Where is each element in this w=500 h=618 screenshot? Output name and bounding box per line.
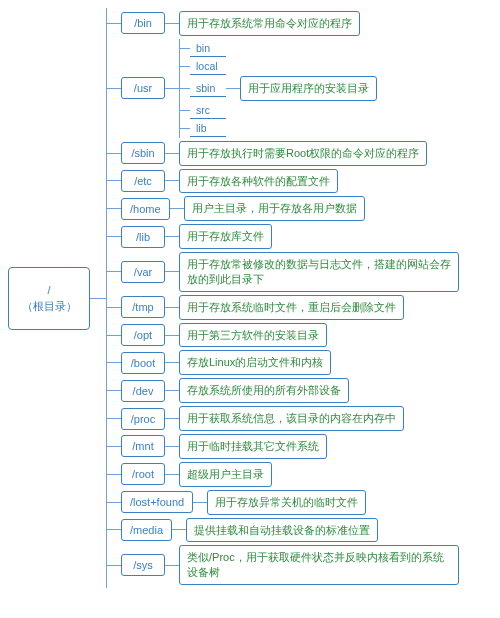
dir-row: /dev 存放系统所使用的所有外部设备 (107, 378, 459, 403)
dir-node-sbin: /sbin (121, 142, 165, 164)
dir-desc: 用于存放异常关机的临时文件 (207, 490, 366, 515)
dir-row: /etc 用于存放各种软件的配置文件 (107, 169, 459, 194)
dir-node-opt: /opt (121, 324, 165, 346)
dir-row: /bin 用于存放系统常用命令对应的程序 (107, 11, 459, 36)
hconn (170, 208, 184, 209)
dir-row: /boot 存放Linux的启动文件和内核 (107, 350, 459, 375)
dir-row: /lost+found 用于存放异常关机的临时文件 (107, 490, 459, 515)
root-label: （根目录） (19, 298, 79, 315)
hconn (165, 335, 179, 336)
dir-node-proc: /proc (121, 408, 165, 430)
dir-node-lib: /lib (121, 226, 165, 248)
dir-node-lostfound: /lost+found (121, 491, 193, 513)
dir-node-tmp: /tmp (121, 296, 165, 318)
hconn (165, 180, 179, 181)
dir-node-media: /media (121, 519, 172, 541)
usr-leaf-lib: lib (190, 120, 226, 137)
children-column: /bin 用于存放系统常用命令对应的程序 /usr bin local sbin… (106, 8, 459, 588)
usr-sub-item: src (180, 102, 377, 119)
dir-desc: 用于存放系统临时文件，重启后会删除文件 (179, 295, 404, 320)
dir-node-bin: /bin (121, 12, 165, 34)
dir-desc: 存放Linux的启动文件和内核 (179, 350, 331, 375)
hconn (165, 390, 179, 391)
hconn (193, 502, 207, 503)
dir-row: /tmp 用于存放系统临时文件，重启后会删除文件 (107, 295, 459, 320)
hconn (165, 88, 179, 89)
usr-subtree: bin local sbin 用于应用程序的安装目录 src lib (179, 39, 377, 138)
root-node: / （根目录） (8, 267, 90, 330)
dir-desc: 用于获取系统信息，该目录的内容在内存中 (179, 406, 404, 431)
usr-desc: 用于应用程序的安装目录 (240, 76, 377, 101)
hconn (165, 565, 179, 566)
dir-desc: 存放系统所使用的所有外部设备 (179, 378, 349, 403)
hconn (165, 153, 179, 154)
dir-node-var: /var (121, 261, 165, 283)
dir-desc: 用户主目录，用于存放各用户数据 (184, 196, 365, 221)
hconn (165, 271, 179, 272)
dir-desc: 类似/Proc，用于获取硬件状态并反映内核看到的系统设备树 (179, 545, 459, 585)
dir-row: /home 用户主目录，用于存放各用户数据 (107, 196, 459, 221)
dir-row: /opt 用于第三方软件的安装目录 (107, 323, 459, 348)
linux-fs-diagram: / （根目录） /bin 用于存放系统常用命令对应的程序 /usr bin lo… (8, 8, 492, 588)
dir-desc: 用于存放各种软件的配置文件 (179, 169, 338, 194)
dir-node-sys: /sys (121, 554, 165, 576)
usr-sub-item: local (180, 58, 377, 75)
dir-desc: 用于临时挂载其它文件系统 (179, 434, 327, 459)
usr-leaf-bin: bin (190, 40, 226, 57)
dir-desc: 提供挂载和自动挂载设备的标准位置 (186, 518, 378, 543)
usr-sub-list: bin local sbin 用于应用程序的安装目录 src lib (179, 39, 377, 138)
usr-leaf-local: local (190, 58, 226, 75)
usr-sub-item: lib (180, 120, 377, 137)
dir-desc: 用于存放执行时需要Root权限的命令对应的程序 (179, 141, 427, 166)
root-slash: / (19, 282, 79, 299)
dir-row-usr: /usr bin local sbin 用于应用程序的安装目录 src lib (107, 39, 459, 138)
dir-desc: 用于存放系统常用命令对应的程序 (179, 11, 360, 36)
dir-row: /sys 类似/Proc，用于获取硬件状态并反映内核看到的系统设备树 (107, 545, 459, 585)
usr-leaf-src: src (190, 102, 226, 119)
usr-sub-item: bin (180, 40, 377, 57)
hconn (165, 446, 179, 447)
dir-row: /root 超级用户主目录 (107, 462, 459, 487)
dir-row: /media 提供挂载和自动挂载设备的标准位置 (107, 518, 459, 543)
dir-row: /var 用于存放常被修改的数据与日志文件，搭建的网站会存放的到此目录下 (107, 252, 459, 292)
hconn (165, 236, 179, 237)
usr-leaf-sbin: sbin (190, 80, 226, 97)
usr-sub-item: sbin 用于应用程序的安装目录 (180, 76, 377, 101)
hconn (165, 23, 179, 24)
dir-desc: 用于存放常被修改的数据与日志文件，搭建的网站会存放的到此目录下 (179, 252, 459, 292)
hconn (165, 474, 179, 475)
hconn (226, 88, 240, 89)
hconn (172, 529, 186, 530)
dir-desc: 用于第三方软件的安装目录 (179, 323, 327, 348)
dir-desc: 超级用户主目录 (179, 462, 272, 487)
dir-node-root: /root (121, 463, 165, 485)
hconn (165, 418, 179, 419)
root-connector (90, 298, 106, 299)
dir-node-usr: /usr (121, 77, 165, 99)
dir-node-home: /home (121, 198, 170, 220)
usr-desc-wrap: 用于应用程序的安装目录 (226, 76, 377, 101)
dir-node-mnt: /mnt (121, 435, 165, 457)
dir-node-dev: /dev (121, 380, 165, 402)
dir-row: /proc 用于获取系统信息，该目录的内容在内存中 (107, 406, 459, 431)
dir-node-etc: /etc (121, 170, 165, 192)
hconn (165, 307, 179, 308)
dir-node-boot: /boot (121, 352, 165, 374)
dir-row: /lib 用于存放库文件 (107, 224, 459, 249)
dir-row: /mnt 用于临时挂载其它文件系统 (107, 434, 459, 459)
dir-desc: 用于存放库文件 (179, 224, 272, 249)
dir-row: /sbin 用于存放执行时需要Root权限的命令对应的程序 (107, 141, 459, 166)
hconn (165, 362, 179, 363)
